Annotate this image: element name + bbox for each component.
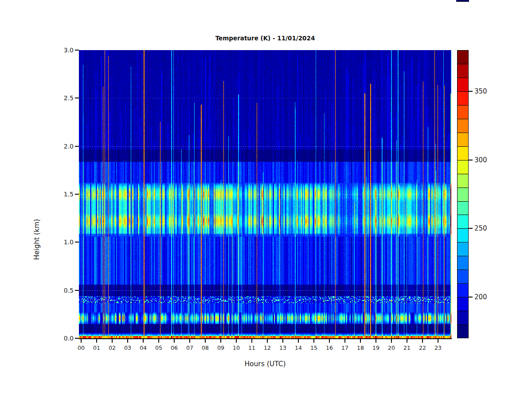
x-axis-tick <box>220 339 221 343</box>
x-axis-tick-label: 20 <box>388 344 395 351</box>
y-axis-tick-label: 2.0 <box>56 143 74 150</box>
x-axis-tick <box>344 339 345 343</box>
x-axis-tick <box>329 339 330 343</box>
colorbar-tick-label: 250 <box>474 224 487 232</box>
x-axis-tick-label: 01 <box>93 344 100 351</box>
y-axis-tick <box>75 290 79 291</box>
x-axis-tick <box>391 339 392 343</box>
x-axis-tick <box>189 339 190 343</box>
colorbar-tick <box>469 91 473 92</box>
x-axis-tick-label: 19 <box>372 344 379 351</box>
x-axis-tick <box>143 339 144 343</box>
x-axis-tick <box>174 339 175 343</box>
x-axis-tick-label: 09 <box>217 344 224 351</box>
colorbar-tick-label: 200 <box>474 293 487 301</box>
x-axis-tick <box>251 339 252 343</box>
x-axis-tick-label: 23 <box>434 344 442 351</box>
x-axis-tick <box>96 339 97 343</box>
y-axis-tick-label: 2.5 <box>56 94 74 102</box>
x-axis-tick <box>267 339 268 343</box>
page-title: Temperature (K) - 11/01/2024 <box>79 35 451 42</box>
temperature-heatmap-figure: Temperature (K) - 11/01/2024 3.02.52.01.… <box>0 0 532 399</box>
x-axis-tick-label: 22 <box>419 344 426 351</box>
x-axis-tick-label: 02 <box>109 344 116 351</box>
x-axis-tick-label: 07 <box>186 344 193 351</box>
y-axis-label: Height (km) <box>33 195 41 284</box>
x-axis-tick <box>81 339 82 343</box>
y-axis-tick-label: 1.5 <box>56 191 74 198</box>
x-axis-tick-label: 03 <box>124 344 131 351</box>
x-axis-tick-label: 13 <box>279 344 286 351</box>
x-axis-tick-label: 06 <box>171 344 178 351</box>
x-axis-tick <box>282 339 283 343</box>
y-axis-tick <box>75 242 79 243</box>
y-axis-tick-label: 0.0 <box>56 335 74 342</box>
x-axis-tick-label: 05 <box>155 344 162 351</box>
x-axis-tick <box>298 339 299 343</box>
colorbar <box>457 50 469 338</box>
x-axis-tick <box>112 339 113 343</box>
x-axis-tick-label: 12 <box>264 344 271 351</box>
x-axis-tick-label: 10 <box>233 344 240 351</box>
x-axis-tick-label: 18 <box>357 344 364 351</box>
top-edge-window-fragment <box>456 0 469 2</box>
y-axis-tick <box>75 338 79 339</box>
colorbar-tick-label: 350 <box>474 87 487 95</box>
x-axis-tick-label: 16 <box>326 344 333 351</box>
x-axis-tick-label: 08 <box>202 344 209 351</box>
x-axis-tick <box>313 339 314 343</box>
x-axis-tick <box>376 339 376 343</box>
colorbar-tick <box>469 228 473 229</box>
y-axis-tick <box>75 146 79 147</box>
x-axis-label: Hours (UTC) <box>79 360 451 368</box>
colorbar-tick-label: 300 <box>474 156 487 164</box>
y-axis-tick <box>75 98 79 98</box>
colorbar-tick <box>469 160 473 160</box>
y-axis-tick <box>75 50 79 51</box>
x-axis-tick-label: 11 <box>248 344 255 351</box>
x-axis-tick-label: 00 <box>78 344 85 351</box>
colorbar-tick <box>469 297 473 297</box>
x-axis-tick <box>360 339 361 343</box>
y-axis-tick-label: 0.5 <box>56 287 74 294</box>
x-axis-line <box>79 338 452 339</box>
x-axis-tick <box>127 339 128 343</box>
heatmap-canvas <box>79 50 451 338</box>
y-axis-tick-label: 1.0 <box>56 239 74 246</box>
x-axis-tick <box>407 339 407 343</box>
x-axis-tick <box>422 339 423 343</box>
x-axis-tick <box>438 339 438 343</box>
x-axis-tick <box>236 339 237 343</box>
x-axis-tick <box>205 339 206 343</box>
y-axis-tick <box>75 194 79 195</box>
x-axis-tick-label: 04 <box>140 344 147 351</box>
x-axis-tick-label: 21 <box>403 344 411 351</box>
x-axis-tick-label: 14 <box>295 344 302 351</box>
x-axis-tick-label: 15 <box>310 344 317 351</box>
x-axis-tick <box>158 339 159 343</box>
y-axis-tick-label: 3.0 <box>56 47 74 54</box>
x-axis-tick-label: 17 <box>341 344 348 351</box>
